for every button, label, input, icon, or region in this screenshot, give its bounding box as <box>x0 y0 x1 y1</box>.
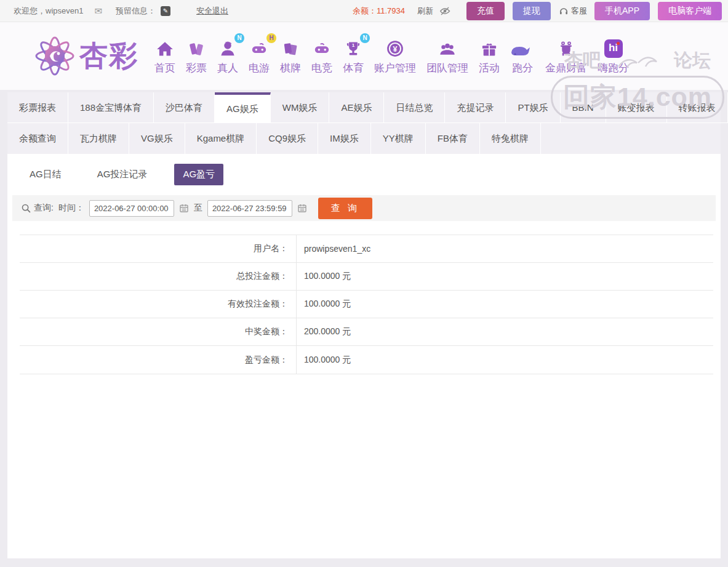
end-time-input[interactable] <box>207 200 292 217</box>
tab-deposit-withdraw-records[interactable]: 充提记录 <box>445 92 506 123</box>
nav-label: 体育 <box>343 61 364 75</box>
row-value: 100.0000 元 <box>297 355 351 366</box>
eye-off-icon[interactable] <box>439 6 450 17</box>
topbar: 欢迎您，wipseven1 ✉ 预留信息： ✎ 安全退出 余额：11.7934 … <box>0 0 728 22</box>
reserved-info-label: 预留信息： <box>116 6 156 17</box>
tab-cq9-entertainment[interactable]: CQ9娱乐 <box>257 123 318 154</box>
tab-tetu-chess[interactable]: 特兔棋牌 <box>480 123 541 154</box>
tab-account-change-report[interactable]: 账变报表 <box>606 92 667 123</box>
tab-wm-entertainment[interactable]: WM娱乐 <box>271 92 330 123</box>
tab-daily-summary[interactable]: 日结总览 <box>384 92 445 123</box>
row-label: 总投注金额： <box>20 263 297 290</box>
tab-bbin[interactable]: BBIN <box>561 92 606 123</box>
nav-team[interactable]: 团队管理 <box>426 37 468 75</box>
query-label: 查询: <box>34 203 54 214</box>
gamepad-icon <box>312 37 332 58</box>
subtab-ag-bet-records[interactable]: AG投注记录 <box>89 164 156 185</box>
tab-vg-entertainment[interactable]: VG娱乐 <box>129 123 185 154</box>
nav-label: 首页 <box>154 61 175 75</box>
table-row: 盈亏金额： 100.0000 元 <box>20 346 713 374</box>
customer-service-button[interactable]: 客服 <box>559 6 587 17</box>
nav-account[interactable]: ¥ 账户管理 <box>374 37 416 75</box>
tab-yy-chess[interactable]: YY棋牌 <box>371 123 426 154</box>
flower-logo-icon <box>34 35 76 77</box>
tab-row-1: 彩票报表 188金宝博体育 沙巴体育 AG娱乐 WM娱乐 AE娱乐 日结总览 充… <box>7 92 721 123</box>
yuan-coin-icon: ¥ <box>386 37 404 58</box>
row-label: 有效投注金额： <box>20 291 297 318</box>
row-label: 中奖金额： <box>20 318 297 345</box>
edit-reserved-icon[interactable]: ✎ <box>161 6 170 16</box>
nav-chess[interactable]: 棋牌 <box>280 37 301 75</box>
subtab-ag-daily[interactable]: AG日结 <box>21 164 70 185</box>
recharge-button[interactable]: 充值 <box>466 2 505 20</box>
tab-wali-chess[interactable]: 瓦力棋牌 <box>68 123 129 154</box>
row-value: 100.0000 元 <box>297 299 351 310</box>
table-row: 中奖金额： 200.0000 元 <box>20 318 713 346</box>
logout-link[interactable]: 安全退出 <box>196 6 228 17</box>
table-row: 总投注金额： 100.0000 元 <box>20 263 713 291</box>
mobile-app-button[interactable]: 手机APP <box>594 2 650 20</box>
nav-sports[interactable]: 1 N 体育 <box>343 37 364 75</box>
tab-ae-entertainment[interactable]: AE娱乐 <box>329 92 384 123</box>
table-row: 用户名： prowipseven1_xc <box>20 235 713 263</box>
nav-live[interactable]: N 真人 <box>217 37 238 75</box>
nav-egame[interactable]: H 电游 <box>249 37 270 75</box>
tab-ag-entertainment[interactable]: AG娱乐 <box>215 92 271 123</box>
tab-balance-query[interactable]: 余额查询 <box>7 123 68 154</box>
report-tabs: 彩票报表 188金宝博体育 沙巴体育 AG娱乐 WM娱乐 AE娱乐 日结总览 充… <box>7 92 721 154</box>
calendar-icon[interactable] <box>297 203 307 213</box>
tab-fb-sports[interactable]: FB体育 <box>426 123 480 154</box>
balance-text: 余额：11.7934 <box>353 6 405 17</box>
query-bar: 查询: 时间： 至 查 询 <box>12 195 716 221</box>
nav-activity[interactable]: 活动 <box>479 37 500 75</box>
pc-client-button[interactable]: 电脑客户端 <box>658 2 722 20</box>
svg-text:1: 1 <box>352 42 355 48</box>
nav-label: 彩票 <box>186 61 207 75</box>
tab-lottery-report[interactable]: 彩票报表 <box>7 92 68 123</box>
nav-label: 跑分 <box>512 61 533 75</box>
site-logo[interactable]: 杏彩 <box>34 35 138 77</box>
row-value: prowipseven1_xc <box>297 244 370 254</box>
customer-service-label: 客服 <box>571 6 587 17</box>
query-submit-button[interactable]: 查 询 <box>318 198 372 219</box>
badge-h: H <box>266 33 276 43</box>
nav-jinding[interactable]: 金鼎财富 <box>545 37 587 75</box>
tab-im-entertainment[interactable]: IM娱乐 <box>318 123 371 154</box>
live-person-icon: N <box>218 37 237 58</box>
nav-label: 金鼎财富 <box>545 61 587 75</box>
nav-lottery[interactable]: 彩票 <box>186 37 207 75</box>
watermark-right-text: 论坛 <box>674 48 711 73</box>
nav-label: 嗨跑分 <box>598 61 629 75</box>
nav-hipaofen[interactable]: hi 嗨跑分 <box>598 37 629 75</box>
nav-esports[interactable]: 电竞 <box>311 37 332 75</box>
tab-transfer-report[interactable]: 转账报表 <box>667 92 728 123</box>
refresh-link[interactable]: 刷新 <box>417 6 433 17</box>
nav-paofen[interactable]: 跑分 <box>510 37 535 75</box>
welcome-text: 欢迎您，wipseven1 <box>14 6 83 17</box>
mail-icon[interactable]: ✉ <box>94 6 102 17</box>
tab-saba-sports[interactable]: 沙巴体育 <box>154 92 215 123</box>
row-value: 100.0000 元 <box>297 271 351 282</box>
ding-icon <box>557 37 575 58</box>
search-icon <box>21 203 31 214</box>
nav-label: 棋牌 <box>280 61 301 75</box>
nav-label: 电竞 <box>311 61 332 75</box>
row-label: 用户名： <box>20 235 297 262</box>
trophy-icon: 1 N <box>344 37 362 58</box>
svg-text:¥: ¥ <box>393 45 398 54</box>
report-panel: 彩票报表 188金宝博体育 沙巴体育 AG娱乐 WM娱乐 AE娱乐 日结总览 充… <box>7 92 721 558</box>
tab-kgame-chess[interactable]: Kgame棋牌 <box>185 123 257 154</box>
to-label: 至 <box>194 203 202 214</box>
nav-label: 账户管理 <box>374 61 416 75</box>
headset-icon <box>559 6 569 16</box>
main-nav: 首页 彩票 N 真人 H 电游 棋牌 <box>154 37 639 75</box>
calendar-icon[interactable] <box>179 203 189 213</box>
nav-home[interactable]: 首页 <box>154 37 175 75</box>
gamepad-icon: H <box>249 37 269 58</box>
start-time-input[interactable] <box>89 200 174 217</box>
tab-pt-entertainment[interactable]: PT娱乐 <box>506 92 560 123</box>
tab-188-sports[interactable]: 188金宝博体育 <box>68 92 154 123</box>
tab-row-2: 余额查询 瓦力棋牌 VG娱乐 Kgame棋牌 CQ9娱乐 IM娱乐 YY棋牌 F… <box>7 123 721 154</box>
withdraw-button[interactable]: 提现 <box>513 2 551 20</box>
subtab-ag-profit[interactable]: AG盈亏 <box>174 164 223 185</box>
